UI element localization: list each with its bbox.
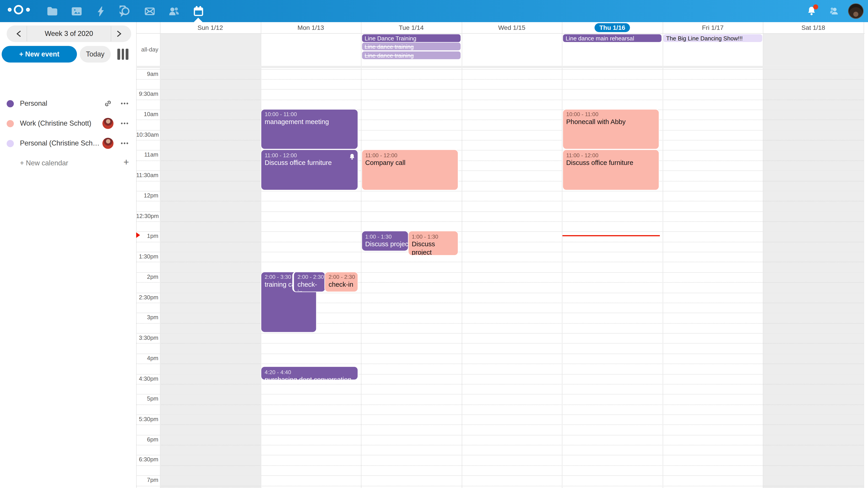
time-label: 4:30pm [136,375,158,381]
slot-line [136,455,864,455]
slot-minor-line [136,221,864,222]
slot-line [136,191,864,191]
slot-line [136,394,864,394]
lightning-icon[interactable] [89,0,113,22]
event[interactable]: 2:00 - 2:30check-in [325,272,358,291]
photos-icon[interactable] [64,0,89,22]
slot-minor-line [136,323,864,323]
user-avatar[interactable] [848,3,864,19]
event-title: check-in [298,281,321,291]
day-header[interactable]: Sat 1/18 [763,22,864,33]
column-border [160,22,160,488]
column-border [361,22,362,488]
mail-icon[interactable] [137,0,162,22]
more-options-icon[interactable] [120,119,129,128]
new-event-button[interactable]: + New event [2,46,77,62]
contacts-menu-icon[interactable] [826,3,842,19]
day-header[interactable]: Wed 1/15 [462,22,562,33]
all-day-event[interactable]: The Big Line Dancing Show!!! [663,34,762,42]
event-time: 10:00 - 11:00 [566,111,656,118]
more-options-icon[interactable] [120,99,129,108]
calendar-color-dot [6,120,14,127]
week-label[interactable]: Week 3 of 2020 [31,26,107,42]
more-options-icon[interactable] [120,139,129,148]
time-label: 10am [136,111,158,117]
event-title: management meeting [265,118,354,127]
slot-line [136,475,864,476]
day-header[interactable]: Sun 1/12 [160,22,260,33]
day-header[interactable]: Tue 1/14 [361,22,462,33]
all-day-event[interactable]: Line Dance Training [362,34,461,42]
plus-icon[interactable]: + [123,155,129,171]
new-calendar-label[interactable]: + New calendar [20,155,68,171]
day-header-label: Sat 1/18 [802,24,825,31]
calendar-color-dot [6,140,14,147]
calendar-list-item[interactable]: Personal [0,94,135,113]
slot-line [136,109,864,110]
event[interactable]: 2:00 - 2:30check-in [293,272,324,291]
new-calendar-row[interactable]: + New calendar + [0,155,135,171]
all-day-event[interactable]: Line dance main rehearsal [563,34,662,42]
event[interactable]: 4:20 - 4:40purchasing dept conversation [261,367,358,379]
nextcloud-calendar-app: 9am9:30am10am10:30am11am11:30am12pm12:30… [0,0,868,488]
active-app-indicator [194,18,203,22]
slot-line [136,130,864,130]
slot-line [136,170,864,171]
next-week-button[interactable] [114,29,123,39]
today-button[interactable]: Today [80,46,111,62]
gutter-border [136,22,136,488]
slot-minor-line [136,201,864,201]
event[interactable]: 11:00 - 12:00Discuss office furniture [563,150,659,190]
event[interactable]: 10:00 - 11:00management meeting [261,109,358,149]
column-border [763,22,764,488]
nextcloud-logo-icon[interactable] [8,4,35,18]
bell-icon[interactable] [804,3,819,19]
time-label: 6pm [136,436,158,442]
column-border [662,22,663,488]
event[interactable]: 11:00 - 12:00Discuss office furniture [261,150,358,190]
slot-minor-line [136,140,864,140]
event[interactable]: 10:00 - 11:00Phonecall with Abby [563,109,659,149]
event-title: Discuss office furniture [566,159,656,167]
time-label: 11am [136,151,158,158]
event-time: 2:00 - 2:30 [329,273,354,281]
event-time: 4:20 - 4:40 [265,368,354,376]
all-day-event[interactable]: Line dance training [362,51,461,59]
slot-minor-line [136,181,864,181]
event[interactable]: 1:00 - 1:30Discuss project announcement [408,232,458,255]
slot-minor-line [136,424,864,425]
event-title: Discuss office furniture [265,159,354,167]
event[interactable]: 1:00 - 1:30Discuss project ann [362,232,408,251]
slot-line [136,232,864,232]
slot-line [136,89,864,90]
week-switcher: Week 3 of 2020 [6,26,131,42]
event[interactable]: 11:00 - 12:00Company call [362,150,458,190]
alarm-bell-icon [349,153,354,162]
calendar-list-item[interactable]: Personal (Christine Schott) [0,133,135,153]
top-navigation-bar [0,0,868,22]
view-switcher-icon[interactable] [117,49,128,60]
event-title: purchasing dept conversation [265,376,354,379]
all-day-event[interactable]: Line dance training [362,43,461,51]
weekend-shade [160,33,260,66]
day-header[interactable]: Fri 1/17 [662,22,763,33]
calendar-list-item[interactable]: Work (Christine Schott) [0,113,135,133]
calendar-color-dot [6,100,14,107]
previous-week-button[interactable] [14,29,24,39]
time-label: 4pm [136,355,158,361]
talk-bubble-icon[interactable] [113,0,137,22]
time-label: 5:30pm [136,416,158,422]
slot-minor-line [136,343,864,344]
event-time: 11:00 - 12:00 [265,152,354,159]
contacts-icon[interactable] [162,0,186,22]
column-border [462,22,462,488]
event-time: 10:00 - 11:00 [265,111,354,118]
day-header[interactable]: Mon 1/13 [260,22,361,33]
slot-minor-line [136,384,864,384]
app-menu [40,0,210,22]
share-link-icon[interactable] [103,99,112,108]
time-label: 1:30pm [136,253,158,259]
day-header[interactable]: Thu 1/16 [562,22,662,33]
event-title: Company call [365,159,455,167]
folder-icon[interactable] [40,0,64,22]
